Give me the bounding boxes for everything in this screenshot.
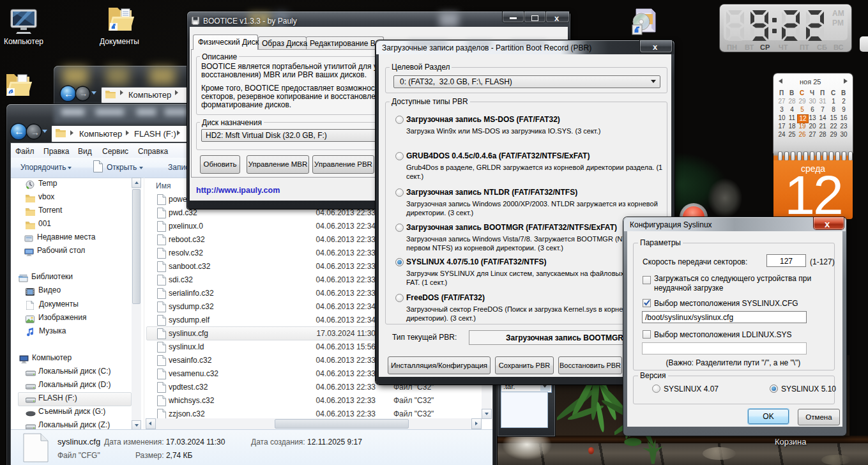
svg-text:AM: AM [832, 9, 844, 18]
svg-text:PM: PM [832, 19, 844, 27]
